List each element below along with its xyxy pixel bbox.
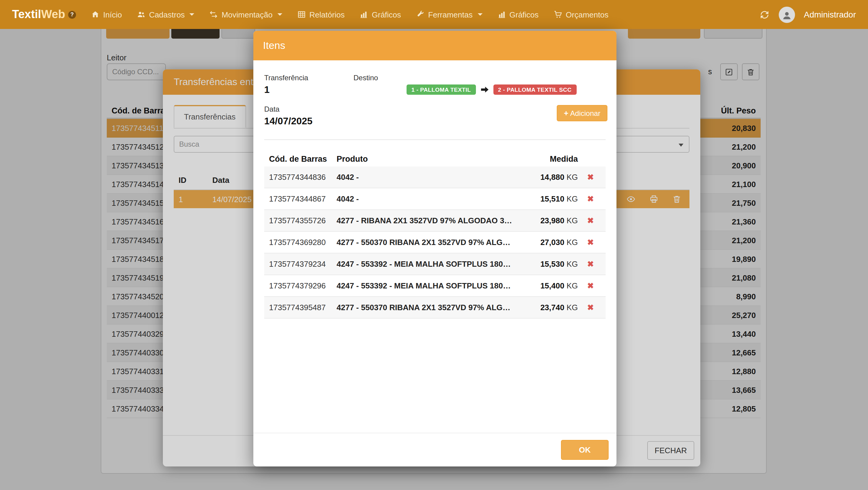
remove-item-icon[interactable]: ✖ xyxy=(580,281,601,290)
nav-orcamentos[interactable]: Orçamentos xyxy=(554,10,609,19)
item-produto-cell: 4247 - 553392 - MEIA MALHA SOFTPLUS 1801… xyxy=(337,259,518,269)
item-row: 1735774344836 4042 - 14,880 KG ✖ xyxy=(264,166,606,188)
item-barcode-cell: 1735774344867 xyxy=(269,194,337,203)
nav-label: Ferramentas xyxy=(428,10,473,19)
item-produto-cell: 4042 - xyxy=(337,194,518,203)
col-medida-header: Medida xyxy=(518,154,580,163)
adicionar-label: Adicionar xyxy=(570,109,600,117)
item-produto-cell: 4277 - 550370 RIBANA 2X1 3527VD 97% ALGO… xyxy=(337,303,518,312)
item-row: 1735774379296 4247 - 553392 - MEIA MALHA… xyxy=(264,275,606,297)
cart-icon xyxy=(554,10,562,19)
destino-label: Destino xyxy=(353,73,378,82)
app-root: Leitor s Cód. de Barras Últ. Peso xyxy=(0,0,868,490)
brand-web: Web xyxy=(41,8,65,21)
itens-modal-footer: OK xyxy=(253,433,617,466)
item-barcode-cell: 1735774355726 xyxy=(269,216,337,225)
arrow-right-icon xyxy=(480,86,489,94)
col-barcode-header: Cód. de Barras xyxy=(269,154,337,163)
top-navbar: TextilWeb ? Início Cadastros Movimentaçã… xyxy=(0,0,868,29)
adicionar-button[interactable]: + Adicionar xyxy=(557,105,608,121)
route-badges: 1 - PALLOMA TEXTIL 2 - PALLOMA TEXTIL SC… xyxy=(407,85,576,95)
nav-label: Cadastros xyxy=(149,10,185,19)
item-medida-cell: 14,880 KG xyxy=(518,173,580,182)
item-row: 1735774369280 4277 - 550370 RIBANA 2X1 3… xyxy=(264,232,606,253)
transferencia-label: Transferência xyxy=(264,73,308,82)
nav-inicio[interactable]: Início xyxy=(91,10,122,19)
itens-modal-header: Itens xyxy=(253,31,617,60)
bar-chart-icon xyxy=(360,10,368,19)
users-icon xyxy=(137,10,145,19)
nav-label: Relatórios xyxy=(309,10,345,19)
home-icon xyxy=(91,10,99,19)
divider xyxy=(264,140,606,140)
items-table-header: Cód. de Barras Produto Medida xyxy=(264,151,606,167)
col-produto-header: Produto xyxy=(337,154,518,163)
nav-label: Movimentação xyxy=(222,10,273,19)
transferencia-value: 1 xyxy=(264,85,270,95)
remove-item-icon[interactable]: ✖ xyxy=(580,173,601,182)
bar-chart-icon xyxy=(497,10,506,19)
remove-item-icon[interactable]: ✖ xyxy=(580,259,601,269)
itens-modal-body: Transferência 1 Destino 1 - PALLOMA TEXT… xyxy=(253,60,617,466)
nav-label: Gráficos xyxy=(509,10,539,19)
data-label: Data xyxy=(264,105,280,114)
itens-modal: Itens Transferência 1 Destino 1 - PALLOM… xyxy=(253,31,617,466)
user-avatar[interactable] xyxy=(778,6,795,23)
item-row: 1735774344867 4042 - 15,510 KG ✖ xyxy=(264,188,606,210)
item-barcode-cell: 1735774395487 xyxy=(269,303,337,312)
item-medida-cell: 15,510 KG xyxy=(518,194,580,203)
brand-textil: Textil xyxy=(12,8,41,21)
chevron-down-icon xyxy=(190,13,194,16)
item-barcode-cell: 1735774344836 xyxy=(269,173,337,182)
nav-graficos-1[interactable]: Gráficos xyxy=(360,10,401,19)
remove-item-icon[interactable]: ✖ xyxy=(580,303,601,312)
remove-item-icon[interactable]: ✖ xyxy=(580,194,601,203)
col-actions-header xyxy=(580,154,601,163)
nav-ferramentas[interactable]: Ferramentas xyxy=(416,10,482,19)
refresh-icon[interactable] xyxy=(759,9,769,20)
items-table: 1735774344836 4042 - 14,880 KG ✖ 1735774… xyxy=(264,166,606,318)
user-icon xyxy=(781,10,792,21)
chevron-down-icon xyxy=(277,13,282,16)
item-medida-cell: 27,030 KG xyxy=(518,238,580,247)
itens-modal-title: Itens xyxy=(263,39,285,52)
destino-badge: 2 - PALLOMA TEXTIL SCC xyxy=(493,85,576,95)
origem-badge: 1 - PALLOMA TEXTIL xyxy=(407,85,476,95)
chevron-down-icon xyxy=(477,13,482,16)
nav-movimentacao[interactable]: Movimentação xyxy=(210,10,282,19)
item-row: 1735774395487 4277 - 550370 RIBANA 2X1 3… xyxy=(264,297,606,318)
report-table-icon xyxy=(298,10,306,19)
item-medida-cell: 23,980 KG xyxy=(518,216,580,225)
remove-item-icon[interactable]: ✖ xyxy=(580,216,601,225)
remove-item-icon[interactable]: ✖ xyxy=(580,238,601,247)
item-produto-cell: 4277 - 550370 RIBANA 2X1 3527VD 97% ALGO… xyxy=(337,238,518,247)
brand-logo[interactable]: TextilWeb ? xyxy=(12,8,76,21)
item-barcode-cell: 1735774379296 xyxy=(269,281,337,290)
ok-button[interactable]: OK xyxy=(561,440,609,460)
item-medida-cell: 15,530 KG xyxy=(518,259,580,269)
item-produto-cell: 4277 - RIBANA 2X1 3527VD 97% ALGODAO 3% … xyxy=(337,216,518,225)
username-label[interactable]: Administrador xyxy=(804,10,856,19)
nav-cadastros[interactable]: Cadastros xyxy=(137,10,194,19)
data-value: 14/07/2025 xyxy=(264,116,312,127)
item-produto-cell: 4247 - 553392 - MEIA MALHA SOFTPLUS 1801… xyxy=(337,281,518,290)
navbar-right: Administrador xyxy=(759,6,856,23)
item-medida-cell: 15,400 KG xyxy=(518,281,580,290)
nav-graficos-2[interactable]: Gráficos xyxy=(497,10,539,19)
nav-label: Orçamentos xyxy=(566,10,609,19)
exchange-icon xyxy=(210,10,218,19)
item-barcode-cell: 1735774379234 xyxy=(269,259,337,269)
nav-label: Gráficos xyxy=(372,10,401,19)
item-barcode-cell: 1735774369280 xyxy=(269,238,337,247)
nav-label: Início xyxy=(103,10,122,19)
help-icon[interactable]: ? xyxy=(68,10,76,19)
item-row: 1735774379234 4247 - 553392 - MEIA MALHA… xyxy=(264,253,606,275)
wrench-icon xyxy=(416,10,425,19)
nav-relatorios[interactable]: Relatórios xyxy=(298,10,345,19)
item-medida-cell: 23,740 KG xyxy=(518,303,580,312)
item-produto-cell: 4042 - xyxy=(337,173,518,182)
item-row: 1735774355726 4277 - RIBANA 2X1 3527VD 9… xyxy=(264,210,606,232)
plus-icon: + xyxy=(564,109,568,118)
